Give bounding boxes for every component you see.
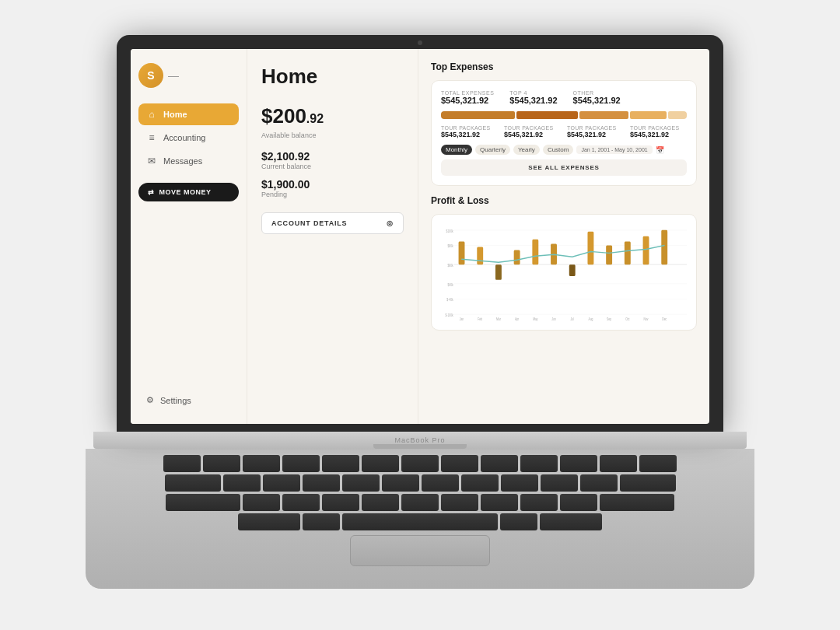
sidebar: S — ⌂ Home ≡ Accounting ✉ Messages ⇄ [131, 49, 247, 424]
key [163, 455, 201, 472]
sidebar-logo: S — [138, 63, 239, 88]
accounting-icon: ≡ [146, 132, 157, 143]
bar-seg-5 [668, 111, 687, 119]
key [166, 494, 240, 511]
key [461, 474, 499, 492]
svg-rect-12 [459, 242, 465, 265]
other-label: OTHER [573, 90, 621, 96]
other-expenses-stat: OTHER $545,321.92 [573, 90, 621, 105]
key [282, 455, 320, 472]
svg-rect-16 [532, 240, 538, 264]
key [342, 474, 380, 492]
filter-tab-monthly[interactable]: Monthly [441, 145, 472, 155]
pending-label: Pending [261, 191, 404, 198]
nav-item-home[interactable]: ⌂ Home [138, 103, 239, 125]
svg-text:$60k: $60k [447, 263, 453, 268]
bar-seg-4 [630, 111, 667, 119]
category-value-3: $545,321.92 [567, 131, 624, 138]
laptop-base: MacBook Pro [93, 432, 747, 449]
svg-rect-23 [661, 230, 667, 264]
svg-text:May: May [533, 317, 538, 321]
calendar-icon[interactable]: 📅 [656, 146, 664, 154]
expenses-bar [441, 111, 687, 119]
category-item-1: TOUR PACKAGES $545,321.92 [441, 125, 498, 138]
date-range: Jan 1, 2001 - May 10, 2001 [576, 145, 652, 154]
laptop-screen-bezel: S — ⌂ Home ≡ Accounting ✉ Messages ⇄ [117, 35, 723, 432]
keyboard-row-2 [140, 474, 700, 492]
current-balance-row: $2,100.92 Current balance [261, 150, 404, 170]
svg-rect-13 [477, 247, 483, 265]
main-content: Home $200.92 Available balance $2,100.92… [247, 49, 709, 424]
svg-text:$100k: $100k [446, 229, 454, 233]
laptop-camera [418, 40, 422, 45]
svg-rect-19 [587, 232, 593, 264]
key [401, 455, 439, 472]
svg-text:Jun: Jun [551, 317, 556, 321]
top4-expenses-stat: TOP 4 $545,321.92 [509, 90, 557, 105]
top4-value: $545,321.92 [509, 96, 557, 105]
total-expenses-label: TOTAL EXPENSES [441, 90, 494, 96]
profit-loss-section: Profit & Loss $100k [431, 195, 697, 331]
expenses-header: TOTAL EXPENSES $545,321.92 TOP 4 $545,32… [441, 90, 687, 105]
bar-seg-2 [516, 111, 578, 119]
filter-tab-custom[interactable]: Custom [543, 145, 574, 155]
category-value-4: $545,321.92 [630, 131, 687, 138]
svg-text:Mar: Mar [496, 317, 501, 321]
see-all-expenses-button[interactable]: SEE ALL EXPENSES [441, 159, 687, 176]
key [263, 474, 300, 492]
laptop-brand: MacBook Pro [394, 436, 445, 444]
key [238, 513, 300, 530]
key [362, 494, 399, 511]
key [520, 455, 558, 472]
move-money-button[interactable]: ⇄ MOVE MONEY [138, 183, 239, 201]
key [540, 513, 602, 530]
current-balance-label: Current balance [261, 163, 404, 170]
svg-rect-20 [606, 246, 612, 265]
settings-label: Settings [160, 396, 191, 405]
settings-icon: ⚙ [146, 395, 154, 405]
category-name-4: TOUR PACKAGES [630, 125, 687, 131]
svg-rect-18 [569, 264, 576, 276]
account-details-label: ACCOUNT DETAILS [271, 219, 347, 227]
svg-text:$80k: $80k [447, 244, 453, 249]
key [401, 494, 439, 511]
svg-text:Aug: Aug [588, 317, 593, 321]
messages-icon: ✉ [146, 156, 157, 166]
settings-item[interactable]: ⚙ Settings [138, 390, 239, 410]
other-value: $545,321.92 [573, 96, 621, 105]
total-expenses-stat: TOTAL EXPENSES $545,321.92 [441, 90, 494, 105]
page-title: Home [261, 65, 404, 89]
chart-container: $100k $80k $60k $40k $-40k $-100k [431, 214, 697, 331]
keyboard-row-3 [140, 494, 700, 511]
nav-item-accounting[interactable]: ≡ Accounting [138, 127, 239, 149]
svg-rect-15 [514, 250, 520, 264]
account-details-button[interactable]: ACCOUNT DETAILS ◎ [261, 212, 404, 234]
home-icon: ⌂ [146, 109, 157, 120]
key [243, 494, 280, 511]
account-details-icon: ◎ [387, 219, 394, 227]
key [422, 474, 459, 492]
keyboard-row-4 [140, 513, 700, 530]
key [580, 474, 618, 492]
nav-item-messages[interactable]: ✉ Messages [138, 150, 239, 172]
svg-rect-14 [495, 264, 502, 280]
category-name-3: TOUR PACKAGES [567, 125, 624, 131]
category-value-2: $545,321.92 [504, 131, 561, 138]
category-name-1: TOUR PACKAGES [441, 125, 498, 131]
key [203, 455, 240, 472]
expenses-card: TOTAL EXPENSES $545,321.92 TOP 4 $545,32… [431, 80, 697, 186]
filter-tab-quarterly[interactable]: Quarterly [475, 145, 510, 155]
top4-label: TOP 4 [509, 90, 557, 96]
key [620, 474, 676, 492]
move-money-label: MOVE MONEY [159, 188, 212, 196]
key [243, 455, 280, 472]
key [501, 474, 538, 492]
filter-tab-yearly[interactable]: Yearly [513, 145, 540, 155]
key [362, 455, 399, 472]
svg-rect-21 [625, 242, 631, 265]
trackpad[interactable] [350, 535, 490, 566]
svg-text:Dec: Dec [662, 317, 667, 321]
key [303, 513, 340, 530]
logo-circle: S [138, 63, 163, 88]
svg-rect-22 [643, 236, 649, 264]
